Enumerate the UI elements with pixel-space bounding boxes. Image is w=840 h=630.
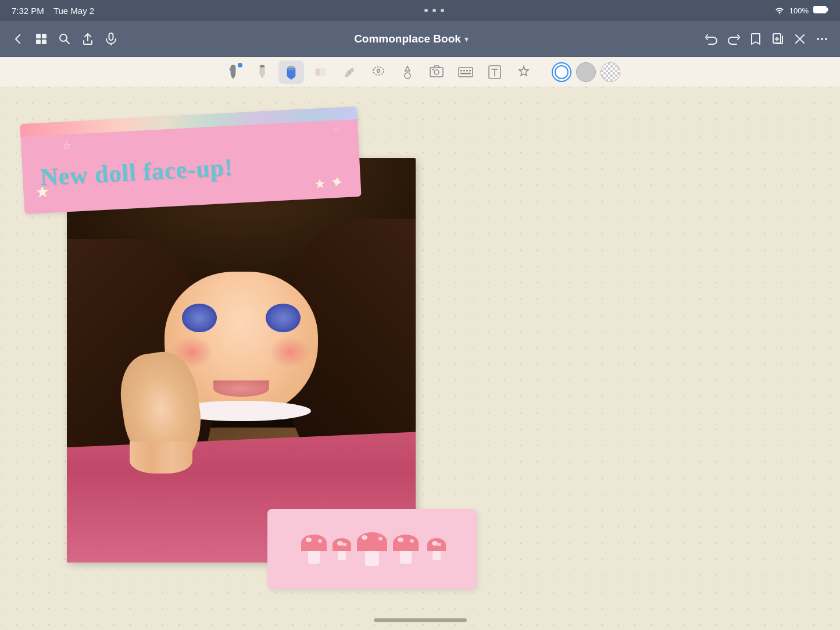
eraser-tool[interactable]	[308, 60, 333, 84]
gray-swatch[interactable]	[576, 62, 596, 82]
svg-rect-34	[463, 70, 465, 72]
mushroom-sticker[interactable]	[267, 509, 477, 589]
highlighter-tool[interactable]	[278, 60, 304, 84]
star-decoration-5: ☆	[333, 124, 341, 134]
svg-rect-15	[230, 67, 231, 71]
mush-cap-1	[301, 535, 327, 551]
photo-tool[interactable]	[424, 60, 449, 84]
mushroom-3	[357, 532, 387, 566]
text-tool[interactable]	[482, 60, 507, 84]
svg-rect-33	[460, 70, 462, 72]
svg-marker-17	[260, 74, 264, 79]
doll-photo[interactable]	[67, 158, 416, 563]
mic-button[interactable]	[105, 33, 117, 45]
canvas: ★ ✦ ☆ New doll face-up! ★ ☆	[0, 87, 840, 630]
title-chevron: ▾	[464, 34, 469, 44]
mush-cap-5	[427, 538, 446, 551]
svg-rect-13	[231, 65, 235, 76]
svg-point-10	[817, 38, 819, 40]
mush-stem-1	[308, 551, 320, 564]
pink-banner-sticker[interactable]: ★ ✦ ☆ New doll face-up! ★ ☆	[20, 106, 361, 214]
svg-rect-24	[316, 69, 320, 76]
svg-rect-37	[460, 73, 471, 74]
search-button[interactable]	[58, 33, 71, 45]
svg-rect-22	[288, 66, 294, 68]
star-decoration-4: ★	[314, 176, 326, 192]
svg-rect-18	[260, 65, 264, 67]
svg-point-28	[405, 73, 410, 79]
close-button[interactable]	[793, 33, 806, 45]
svg-rect-36	[469, 70, 471, 72]
mushroom-5	[427, 538, 446, 560]
share-button[interactable]	[81, 33, 94, 45]
svg-rect-1	[827, 8, 828, 12]
smudge-tool[interactable]	[337, 60, 362, 84]
svg-marker-27	[405, 66, 410, 71]
mush-stem-3	[365, 551, 379, 566]
back-button[interactable]	[12, 33, 24, 45]
banner-text: New doll face-up!	[40, 153, 234, 191]
svg-rect-4	[36, 40, 41, 44]
battery-icon	[813, 6, 828, 15]
color-swatches	[552, 62, 620, 82]
mush-stem-5	[432, 551, 441, 560]
status-right: 100%	[774, 6, 828, 16]
svg-point-11	[821, 38, 823, 40]
svg-rect-7	[109, 33, 113, 40]
svg-rect-35	[466, 70, 468, 72]
svg-rect-5	[42, 40, 47, 44]
svg-marker-14	[231, 76, 235, 79]
svg-rect-32	[459, 67, 473, 77]
blue-swatch[interactable]	[552, 62, 571, 82]
more-button[interactable]	[816, 33, 828, 45]
shapes-tool[interactable]	[395, 60, 420, 84]
dot2	[432, 9, 436, 12]
transparent-swatch[interactable]	[600, 62, 620, 82]
pen-tool[interactable]	[249, 60, 275, 84]
notebook-title: Commonplace Book	[354, 33, 461, 45]
mushroom-4	[393, 535, 419, 564]
mush-cap-3	[357, 532, 387, 551]
svg-rect-3	[42, 34, 47, 38]
svg-marker-20	[287, 77, 295, 80]
svg-point-12	[825, 38, 827, 40]
svg-point-31	[432, 69, 434, 70]
star-decoration-3: ☆	[62, 139, 72, 152]
home-bar	[374, 618, 467, 622]
status-bar: 7:32 PM Tue May 2 100%	[0, 0, 840, 21]
mushroom-2	[333, 538, 351, 560]
svg-point-25	[373, 67, 384, 75]
svg-rect-29	[430, 67, 443, 77]
doll-cheek-right	[269, 336, 311, 369]
status-dots	[424, 9, 444, 12]
redo-button[interactable]	[727, 33, 740, 45]
dot1	[424, 9, 428, 12]
title-button[interactable]: Commonplace Book ▾	[354, 33, 469, 45]
add-page-button[interactable]	[771, 33, 784, 45]
grid-button[interactable]	[35, 33, 48, 45]
time-display: 7:32 PM	[12, 6, 44, 16]
active-tool-indicator	[238, 63, 242, 67]
keyboard-tool[interactable]	[453, 60, 478, 84]
undo-button[interactable]	[705, 33, 718, 45]
mushroom-1	[301, 535, 327, 564]
svg-point-26	[377, 69, 380, 72]
doll-eye-left	[182, 304, 217, 332]
svg-point-6	[60, 34, 67, 41]
toolbar-left	[12, 33, 117, 45]
drawing-toolbar	[0, 57, 840, 87]
smart-pen-tool[interactable]	[220, 60, 246, 84]
toolbar-center: Commonplace Book ▾	[354, 33, 469, 45]
bookmark-button[interactable]	[749, 33, 762, 45]
main-toolbar: Commonplace Book ▾	[0, 21, 840, 57]
more-tools-button[interactable]	[511, 60, 537, 84]
battery-display: 100%	[789, 6, 809, 15]
lasso-tool[interactable]	[366, 60, 391, 84]
mush-cap-4	[393, 535, 419, 551]
svg-rect-0	[814, 6, 827, 13]
dot3	[441, 9, 444, 12]
mush-cap-2	[333, 538, 351, 551]
toolbar-right	[705, 33, 828, 45]
mush-stem-2	[338, 551, 346, 560]
wifi-icon	[774, 6, 785, 16]
